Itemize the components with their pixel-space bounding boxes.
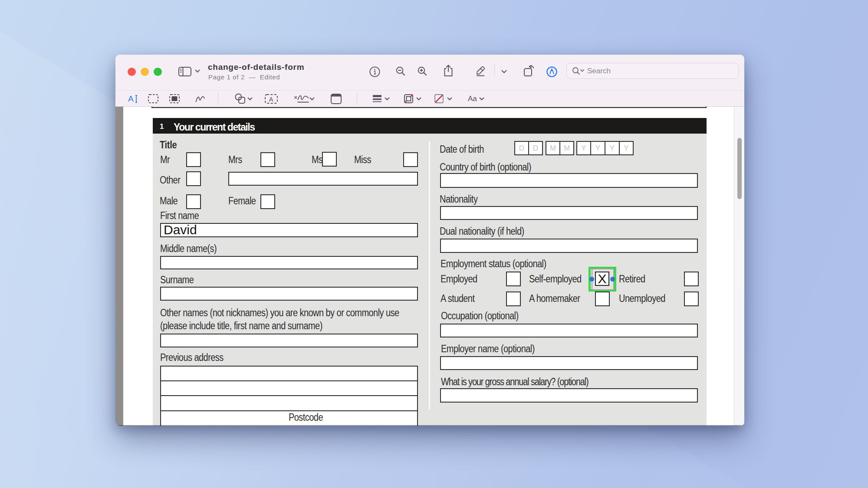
svg-text:A: A: [128, 94, 134, 103]
svg-text:A: A: [269, 95, 273, 103]
